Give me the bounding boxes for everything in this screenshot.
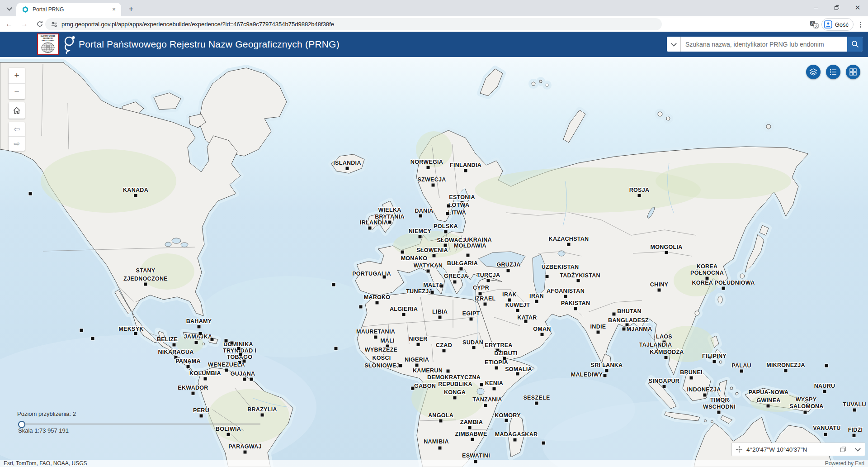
url-text: prng.geoportal.gov.pl/app/apps/experienc… — [61, 21, 334, 28]
browser-window: Portal PRNG × + ✕ ← → prng.geoportal.gov… — [0, 0, 868, 467]
zoom-level-label: Poziom przybliżenia: 2 — [17, 410, 76, 417]
search-button[interactable] — [847, 37, 863, 52]
browser-menu-button[interactable] — [856, 22, 864, 28]
attribution-bar: Esri, TomTom, FAO, NOAA, USGS Powered by… — [0, 460, 868, 467]
tab-favicon-icon — [22, 6, 29, 13]
reload-icon — [36, 20, 43, 28]
restore-button[interactable] — [826, 0, 847, 15]
coordinate-options-button[interactable] — [850, 448, 865, 451]
window-controls: ✕ — [806, 0, 868, 15]
search-type-dropdown[interactable] — [667, 37, 681, 52]
chevron-down-icon — [855, 446, 861, 452]
powered-by-text: Powered by Esri — [825, 460, 864, 467]
browser-toolbar: ← → prng.geoportal.gov.pl/app/apps/exper… — [0, 16, 868, 32]
close-window-button[interactable]: ✕ — [847, 0, 868, 15]
search-input[interactable] — [681, 37, 847, 52]
copy-coordinates-button[interactable] — [836, 446, 850, 453]
next-extent-button[interactable]: ⇨ — [9, 136, 25, 151]
home-extent-button[interactable] — [9, 102, 25, 119]
legend-button[interactable] — [826, 65, 840, 79]
grid-icon — [849, 68, 857, 76]
svg-text:A: A — [811, 21, 814, 26]
gugik-logo: GŁÓWNY URZĄD GEODEZJI I KARTOGRAFII — [37, 33, 59, 55]
zoom-in-button[interactable]: + — [9, 68, 25, 83]
gugik-logo-caption: GŁÓWNY URZĄD GEODEZJI I KARTOGRAFII — [38, 35, 58, 42]
restore-icon — [834, 5, 840, 10]
reload-button[interactable] — [33, 18, 46, 30]
chevron-down-icon — [671, 41, 677, 47]
address-bar[interactable]: prng.geoportal.gov.pl/app/apps/experienc… — [45, 18, 662, 30]
copy-icon — [840, 446, 846, 453]
world-map-terrain — [0, 57, 868, 467]
translate-icon[interactable]: A文 — [810, 20, 819, 29]
layers-button[interactable] — [806, 65, 821, 79]
attribution-text: Esri, TomTom, FAO, NOAA, USGS — [4, 460, 87, 467]
site-settings-icon[interactable] — [51, 21, 58, 28]
close-icon: ✕ — [855, 4, 861, 12]
toolbar-right: A文 Gość — [810, 18, 864, 31]
coordinate-widget: 4°20'47"W 10°40'37"N — [731, 443, 865, 456]
profile-button[interactable]: Gość — [821, 18, 854, 31]
tab-search-button[interactable] — [5, 4, 14, 13]
zoom-control: + − — [9, 68, 25, 99]
tab-strip: Portal PRNG × + ✕ — [0, 0, 868, 16]
profile-avatar-icon — [824, 20, 832, 29]
map-canvas[interactable]: + − ⇦ ⇨ Poziom przybliżenia: 2 Skala — [0, 57, 868, 467]
minimize-icon — [814, 8, 818, 8]
extent-navigation: ⇦ ⇨ — [9, 122, 25, 151]
new-tab-button[interactable]: + — [127, 5, 136, 14]
prng-search — [667, 37, 863, 52]
chevron-down-icon — [6, 5, 12, 11]
back-button[interactable]: ← — [3, 18, 15, 30]
search-icon — [851, 40, 859, 48]
map-tool-buttons — [806, 65, 860, 79]
profile-label: Gość — [835, 21, 849, 28]
list-icon — [829, 68, 837, 76]
page-title: Portal Państwowego Rejestru Nazw Geograf… — [79, 32, 340, 57]
gugik-globe-icon — [39, 42, 57, 54]
svg-text:文: 文 — [815, 24, 818, 28]
home-icon — [13, 106, 21, 114]
zoom-slider — [18, 421, 260, 427]
zoom-out-button[interactable]: − — [9, 83, 25, 99]
scale-label: Skala 1:73 957 191 — [18, 427, 69, 434]
layers-icon — [809, 68, 817, 76]
geoportal-logo-icon — [62, 34, 76, 54]
tab-title: Portal PRNG — [33, 6, 110, 13]
zoom-slider-track[interactable] — [18, 424, 260, 424]
browser-tab[interactable]: Portal PRNG × — [16, 3, 121, 16]
crosshair-icon — [732, 446, 746, 453]
previous-extent-button[interactable]: ⇦ — [9, 122, 25, 136]
minimize-button[interactable] — [806, 0, 826, 15]
coordinate-readout: 4°20'47"W 10°40'37"N — [746, 446, 836, 453]
tab-close-icon[interactable]: × — [110, 6, 118, 13]
app-header: GŁÓWNY URZĄD GEODEZJI I KARTOGRAFII Port… — [0, 32, 868, 57]
basemap-gallery-button[interactable] — [846, 65, 860, 79]
forward-button[interactable]: → — [18, 18, 31, 30]
